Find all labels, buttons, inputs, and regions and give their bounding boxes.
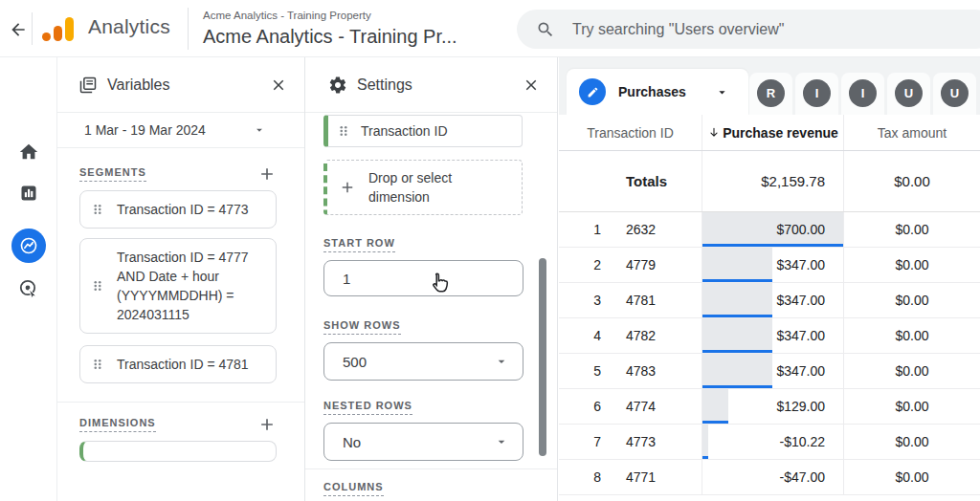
table-row[interactable]: 64774 $129.00 $0.00	[559, 389, 980, 425]
search-placeholder: Try searching "Users overview"	[572, 21, 785, 38]
segment-card[interactable]: Transaction ID = 4773	[79, 190, 277, 229]
dimensions-label: DIMENSIONS	[79, 417, 156, 432]
exploration-canvas: Purchases R I I U U Transaction ID	[559, 57, 980, 501]
revenue-bar	[702, 425, 708, 459]
tab-letter-badge: U	[895, 79, 923, 107]
tab-letter-badge: I	[803, 79, 831, 107]
segment-card[interactable]: Transaction ID = 4781	[79, 345, 277, 383]
tab-purchases-active[interactable]: Purchases	[567, 69, 748, 115]
tab-i-2[interactable]: I	[841, 73, 884, 115]
variables-panel: Variables 1 Mar - 19 Mar 2024 SEGMENTS	[57, 57, 305, 501]
nav-advertising[interactable]	[0, 270, 57, 308]
nested-rows-label: NESTED ROWS	[323, 400, 412, 415]
row-dimension-chip[interactable]: Transaction ID	[323, 115, 523, 147]
nested-rows-value: No	[343, 434, 361, 450]
chevron-down-icon	[253, 123, 266, 137]
nav-reports[interactable]	[0, 174, 57, 212]
pencil-icon	[579, 78, 606, 105]
drag-handle-icon	[92, 356, 103, 373]
header-divider	[32, 12, 33, 45]
segment-label: Transaction ID = 4777 AND Date + hour (Y…	[117, 248, 262, 324]
settings-panel: Settings Transaction ID Drop or select d…	[305, 57, 558, 501]
variables-icon	[78, 76, 98, 95]
table-header-row: Transaction ID Purchase revenue Tax amou…	[559, 115, 980, 151]
start-row-input[interactable]	[323, 260, 523, 296]
plus-icon	[257, 164, 277, 184]
revenue-bar	[702, 318, 772, 353]
tab-i-1[interactable]: I	[795, 73, 838, 115]
chevron-down-icon	[715, 85, 729, 99]
table-row[interactable]: 44782 $347.00 $0.00	[559, 318, 980, 354]
columns-label: COLUMNS	[323, 481, 384, 496]
close-icon	[270, 76, 287, 94]
plus-icon	[257, 415, 277, 434]
close-icon	[523, 76, 540, 94]
property-selector[interactable]: Acme Analytics - Training Property Acme …	[203, 8, 457, 50]
dimension-chip-label: Transaction ID	[361, 123, 448, 139]
drop-dimension-zone[interactable]: Drop or select dimension	[323, 160, 523, 215]
drag-handle-icon	[92, 277, 103, 294]
table-row[interactable]: 54783 $347.00 $0.00	[559, 354, 980, 389]
table-row[interactable]: 12632 $700.00 $0.00	[559, 212, 980, 248]
drag-handle-icon	[338, 122, 349, 140]
search-icon	[536, 20, 555, 39]
table-row[interactable]: 74773 -$10.22 $0.00	[559, 425, 980, 460]
revenue-bar	[702, 283, 772, 317]
sort-descending-icon	[707, 126, 721, 140]
add-dimension-button[interactable]	[257, 415, 277, 434]
back-arrow-icon	[9, 20, 28, 39]
results-table: Transaction ID Purchase revenue Tax amou…	[559, 115, 980, 501]
totals-revenue: $2,159.78	[702, 151, 844, 211]
left-nav-rail	[0, 57, 57, 501]
nav-home[interactable]	[0, 133, 57, 171]
tab-u-1[interactable]: U	[887, 73, 930, 115]
close-variables-button[interactable]	[270, 76, 287, 94]
dimension-card-partial[interactable]	[79, 441, 277, 462]
close-settings-button[interactable]	[523, 76, 540, 94]
revenue-bar	[702, 389, 728, 424]
table-row[interactable]: 84771 -$47.00 $0.00	[559, 460, 980, 495]
segments-label: SEGMENTS	[79, 166, 146, 182]
table-row[interactable]: 24779 $347.00 $0.00	[559, 248, 980, 283]
chevron-down-icon	[494, 354, 509, 369]
chevron-down-icon	[494, 434, 509, 449]
totals-label: Totals	[626, 173, 667, 189]
top-header: Analytics Acme Analytics - Training Prop…	[0, 0, 980, 57]
back-button[interactable]	[6, 17, 31, 42]
start-row-label: START ROW	[323, 237, 395, 252]
column-header-transaction-id[interactable]: Transaction ID	[559, 115, 702, 150]
section-divider	[57, 402, 304, 403]
date-range-value: 1 Mar - 19 Mar 2024	[84, 122, 206, 138]
tab-u-2[interactable]: U	[933, 73, 976, 115]
revenue-bar	[702, 354, 772, 388]
gear-icon	[328, 76, 347, 95]
nav-explore-active[interactable]	[0, 227, 57, 265]
settings-scrollbar[interactable]	[539, 258, 546, 456]
revenue-bar	[702, 248, 772, 282]
analytics-app: Analytics Acme Analytics - Training Prop…	[0, 0, 980, 501]
segment-card[interactable]: Transaction ID = 4777 AND Date + hour (Y…	[79, 238, 277, 334]
section-divider	[305, 468, 557, 469]
tab-letter-badge: U	[941, 79, 969, 107]
variables-title: Variables	[107, 76, 170, 94]
segment-label: Transaction ID = 4781	[117, 355, 262, 374]
totals-tax: $0.00	[844, 151, 980, 211]
segment-label: Transaction ID = 4773	[117, 200, 262, 219]
plus-icon	[339, 179, 356, 196]
reports-icon	[19, 184, 38, 203]
tab-letter-badge: I	[849, 79, 877, 107]
add-segment-button[interactable]	[257, 164, 277, 184]
advertising-icon	[17, 277, 40, 300]
nested-rows-select[interactable]: No	[323, 423, 523, 461]
totals-row: Totals $2,159.78 $0.00	[559, 151, 980, 212]
show-rows-select[interactable]: 500	[323, 342, 523, 381]
show-rows-label: SHOW ROWS	[323, 319, 401, 335]
tab-letter-badge: R	[757, 79, 785, 107]
active-tab-label: Purchases	[618, 84, 686, 99]
table-row[interactable]: 34781 $347.00 $0.00	[559, 283, 980, 318]
column-header-purchase-revenue[interactable]: Purchase revenue	[702, 115, 844, 150]
column-header-tax-amount[interactable]: Tax amount	[844, 115, 980, 150]
tab-r[interactable]: R	[749, 73, 792, 115]
date-range-selector[interactable]: 1 Mar - 19 Mar 2024	[57, 113, 304, 148]
search-input[interactable]: Try searching "Users overview"	[517, 10, 980, 49]
